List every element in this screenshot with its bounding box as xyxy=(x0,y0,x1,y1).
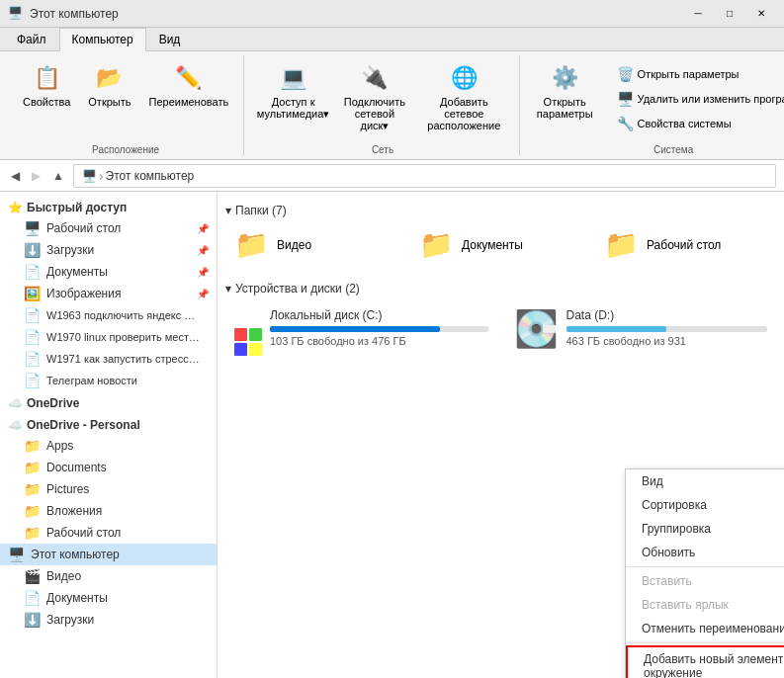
folders-grid: 📁 Видео 📁 Документы 📁 Рабочий стол xyxy=(225,223,776,266)
ctx-add-network[interactable]: Добавить новый элемент в сетевое окружен… xyxy=(626,645,784,678)
address-bar: ◀ ▶ ▲ 🖥️ › Этот компьютер xyxy=(0,160,784,192)
connect-drive-button[interactable]: 🔌 Подключитьсетевой диск▾ xyxy=(336,59,413,135)
sidebar-item-desktop[interactable]: 🖥️ Рабочий стол 📌 xyxy=(0,217,217,239)
drives-section-header[interactable]: ▾ Устройства и диски (2) xyxy=(225,278,776,301)
ctx-paste-shortcut[interactable]: Вставить ярлык xyxy=(626,593,784,617)
this-computer-icon: 🖥️ xyxy=(8,547,25,562)
sidebar-item-attachments[interactable]: 📁 Вложения xyxy=(0,500,217,522)
ribbon-tabs: Файл Компьютер Вид xyxy=(0,28,784,51)
ctx-sep2 xyxy=(626,642,784,643)
desktop2-icon: 📁 xyxy=(24,525,41,541)
telegram-icon: 📄 xyxy=(24,373,41,388)
sidebar-section-onedrive[interactable]: ☁️ OneDrive xyxy=(0,391,217,413)
ctx-view-label: Вид xyxy=(642,474,663,488)
sidebar-item-w1963[interactable]: 📄 W1963 подключить яндекс диск как сетев… xyxy=(0,304,217,326)
tab-computer[interactable]: Компьютер xyxy=(59,28,146,51)
sidebar-item-pics2[interactable]: 📁 Pictures xyxy=(0,478,217,500)
drive-d-bar-fill xyxy=(566,326,667,332)
w1963-icon: 📄 xyxy=(24,307,41,323)
sidebar-item-video[interactable]: 🎬 Видео xyxy=(0,565,217,587)
folder-desktop-icon: 📁 xyxy=(604,228,639,261)
remove-program-label: Открыть параметры xyxy=(638,68,740,80)
ctx-sort[interactable]: Сортировка › xyxy=(626,493,784,517)
open-settings-button[interactable]: ⚙️ Открытьпараметры xyxy=(530,59,600,123)
system-props-icon: 🖥️ xyxy=(617,91,634,107)
sidebar-item-desktop2[interactable]: 📁 Рабочий стол xyxy=(0,522,217,544)
sidebar-item-downloads2[interactable]: ⬇️ Загрузки xyxy=(0,609,217,631)
address-path[interactable]: 🖥️ › Этот компьютер xyxy=(73,164,776,188)
title-bar-title: Этот компьютер xyxy=(30,7,683,21)
folders-arrow: ▾ xyxy=(225,204,231,217)
remove-program-button[interactable]: 🗑️ Открыть параметры xyxy=(612,63,784,85)
open-label: Открыть xyxy=(88,96,131,108)
add-location-button[interactable]: 🌐 Добавить сетевоерасположение xyxy=(417,59,511,134)
sidebar-item-telegram[interactable]: 📄 Телеграм новости xyxy=(0,370,217,391)
properties-button[interactable]: 📋 Свойства xyxy=(16,59,77,111)
up-button[interactable]: ▲ xyxy=(49,166,67,186)
drive-c[interactable]: Локальный диск (C:) 103 ГБ свободно из 4… xyxy=(225,301,497,363)
settings-icon: ⚙️ xyxy=(549,62,580,94)
sidebar-item-w1970[interactable]: 📄 W1970 linux проверить место на диске xyxy=(0,326,217,348)
ctx-paste[interactable]: Вставить xyxy=(626,569,784,593)
close-button[interactable]: ✕ xyxy=(746,4,776,24)
ribbon-group-location: 📋 Свойства 📂 Открыть ✏️ Переименовать Ра… xyxy=(8,55,244,155)
sidebar-item-w1971[interactable]: 📄 W1971 как запустить стресс тест aida64 xyxy=(0,348,217,370)
manage-button[interactable]: 🔧 Свойства системы xyxy=(612,113,784,134)
quick-access-label: Быстрый доступ xyxy=(27,201,127,214)
ctx-undo[interactable]: Отменить переименование CTRL+Z xyxy=(626,617,784,640)
sidebar-item-downloads[interactable]: ⬇️ Загрузки 📌 xyxy=(0,239,217,261)
sidebar-section-onedrive-personal[interactable]: ☁️ OneDrive - Personal xyxy=(0,413,217,435)
add-location-icon: 🌐 xyxy=(448,62,479,94)
open-button[interactable]: 📂 Открыть xyxy=(81,59,137,111)
context-menu: Вид › Сортировка › Группировка › Обновит… xyxy=(625,468,784,678)
drive-d-bar-bg xyxy=(566,326,768,332)
sidebar-item-this-computer[interactable]: 🖥️ Этот компьютер xyxy=(0,544,217,565)
rename-button[interactable]: ✏️ Переименовать xyxy=(142,59,236,111)
folder-documents[interactable]: 📁 Документы xyxy=(410,223,591,266)
desktop2-label: Рабочий стол xyxy=(46,526,121,540)
folder-video-label: Видео xyxy=(277,238,311,252)
minimize-button[interactable]: ─ xyxy=(683,4,713,24)
drive-c-space: 103 ГБ свободно из 476 ГБ xyxy=(270,335,488,347)
tab-file[interactable]: Файл xyxy=(4,28,59,51)
path-text: Этот компьютер xyxy=(106,169,195,183)
back-button[interactable]: ◀ xyxy=(8,166,23,186)
ribbon-location-buttons: 📋 Свойства 📂 Открыть ✏️ Переименовать xyxy=(16,55,235,138)
this-computer-label: Этот компьютер xyxy=(31,548,120,561)
media-access-button[interactable]: 💻 Доступ кмультимедиа▾ xyxy=(254,59,332,124)
sidebar-item-docs2[interactable]: 📁 Documents xyxy=(0,457,217,478)
drive-c-bar-fill xyxy=(270,326,440,332)
drive-d-space: 463 ГБ свободно из 931 xyxy=(566,335,768,347)
folders-section-header[interactable]: ▾ Папки (7) xyxy=(225,200,776,223)
tab-view[interactable]: Вид xyxy=(146,28,194,51)
video-icon: 🎬 xyxy=(24,568,41,584)
ctx-view[interactable]: Вид › xyxy=(626,469,784,493)
drive-c-icon xyxy=(234,308,262,356)
forward-button[interactable]: ▶ xyxy=(29,166,44,186)
folder-video[interactable]: 📁 Видео xyxy=(225,223,406,266)
drive-d-info: Data (D:) 463 ГБ свободно из 931 xyxy=(566,308,768,347)
system-properties-button[interactable]: 🖥️ Удалить или изменить программу xyxy=(612,88,784,110)
maximize-button[interactable]: □ xyxy=(715,4,744,24)
connect-drive-icon: 🔌 xyxy=(359,62,391,94)
apps-icon: 📁 xyxy=(24,438,41,454)
ctx-refresh[interactable]: Обновить xyxy=(626,541,784,564)
sidebar-section-quick-access[interactable]: ⭐ Быстрый доступ xyxy=(0,196,217,217)
folder-desktop[interactable]: 📁 Рабочий стол xyxy=(595,223,776,266)
folder-desktop-label: Рабочий стол xyxy=(647,238,721,252)
apps-label: Apps xyxy=(46,439,73,453)
sidebar-item-pictures[interactable]: 🖼️ Изображения 📌 xyxy=(0,283,217,304)
pics2-label: Pictures xyxy=(46,482,89,496)
pics2-icon: 📁 xyxy=(24,481,41,497)
downloads-label: Загрузки xyxy=(46,243,94,257)
sidebar-item-apps[interactable]: 📁 Apps xyxy=(0,435,217,457)
folders-label: Папки (7) xyxy=(235,204,287,217)
ctx-sep1 xyxy=(626,566,784,567)
docs-icon: 📄 xyxy=(24,264,41,280)
sidebar-item-documents[interactable]: 📄 Документы 📌 xyxy=(0,261,217,283)
w1971-icon: 📄 xyxy=(24,351,41,367)
pin-icon3: 📌 xyxy=(197,267,209,278)
ctx-group[interactable]: Группировка › xyxy=(626,517,784,541)
sidebar-item-docs3[interactable]: 📄 Документы xyxy=(0,587,217,609)
drive-d[interactable]: 💽 Data (D:) 463 ГБ свободно из 931 xyxy=(505,301,777,363)
